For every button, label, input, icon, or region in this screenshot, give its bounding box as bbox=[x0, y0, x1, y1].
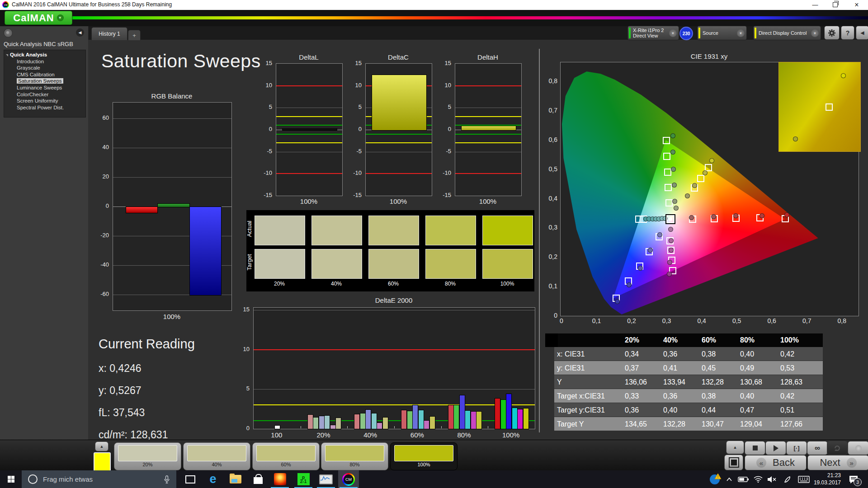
bottom-control-bar: ▲ ▲ [·] ∞ « Back Next » 20%40%60%80%100% bbox=[0, 440, 868, 471]
pattern-chip bbox=[187, 445, 246, 461]
deltae-bar bbox=[324, 415, 330, 429]
taskbar-edge[interactable]: e bbox=[203, 470, 223, 488]
pattern-preview-swatch[interactable] bbox=[94, 452, 111, 471]
sidebar-item-colorchecker[interactable]: ColorChecker bbox=[4, 91, 85, 98]
cie-x-tick: 0,1 bbox=[590, 317, 604, 324]
taskbar-calman-active[interactable] bbox=[338, 470, 359, 488]
task-view-button[interactable] bbox=[180, 470, 201, 488]
start-button[interactable] bbox=[0, 470, 22, 488]
tray-expand-chevron[interactable] bbox=[723, 470, 735, 488]
help-button[interactable]: ? bbox=[841, 26, 854, 40]
close-button[interactable]: × bbox=[849, 0, 864, 9]
pattern-swatch-100%[interactable]: 100% bbox=[390, 442, 458, 470]
meter-name: X-Rite i1Pro 2 bbox=[633, 28, 664, 33]
sidebar-item-quick-analysis[interactable]: Quick Analysis bbox=[4, 52, 85, 58]
play-measure-button[interactable] bbox=[765, 441, 786, 455]
meter-mode: Direct View bbox=[633, 33, 658, 38]
cie-target-square bbox=[697, 175, 704, 182]
table-cell: 0,51 bbox=[780, 403, 820, 417]
saturation-swatch-panel: ActualTarget20%40%60%80%100% bbox=[246, 210, 534, 291]
table-cell: 133,94 bbox=[663, 375, 703, 389]
deltae-bar bbox=[523, 408, 529, 429]
taskbar-store[interactable] bbox=[248, 470, 269, 488]
red-limit-line bbox=[276, 173, 342, 174]
sidebar-item-grayscale[interactable]: Grayscale bbox=[4, 65, 85, 71]
pen-icon[interactable] bbox=[780, 470, 795, 488]
sidebar-item-spectral-power-dist-[interactable]: Spectral Power Dist. bbox=[4, 104, 85, 111]
table-cell: 0,49 bbox=[740, 361, 780, 375]
battery-icon[interactable] bbox=[736, 470, 750, 488]
extra-transport-button[interactable] bbox=[848, 441, 868, 455]
source-dropdown[interactable]: Source ▼ bbox=[697, 26, 747, 40]
meter-count-badge[interactable]: 230 bbox=[679, 27, 693, 40]
clock-time: 21:23 bbox=[814, 472, 841, 479]
wifi-icon[interactable] bbox=[751, 470, 765, 488]
chevron-down-icon: ▼ bbox=[737, 29, 745, 37]
taskbar-clock[interactable]: 21:23 19.03.2017 bbox=[814, 472, 841, 486]
notification-badge: 3 bbox=[854, 478, 862, 486]
transport-collapse-button[interactable]: ▲ bbox=[726, 441, 744, 454]
taskbar-search[interactable]: Frag mich etwas bbox=[22, 470, 176, 488]
sidebar-record-button[interactable] bbox=[4, 28, 13, 38]
cie-y-tick: 0 bbox=[545, 312, 557, 319]
sidebar-collapse-button[interactable]: ◀ bbox=[76, 28, 84, 37]
add-tab-button[interactable]: + bbox=[128, 30, 141, 40]
collapse-panel-button[interactable]: ◀ bbox=[856, 26, 868, 40]
y-tick-label: -15 bbox=[346, 192, 362, 198]
stop-pattern-button[interactable] bbox=[724, 455, 743, 470]
sidebar-item-screen-uniformity[interactable]: Screen Uniformity bbox=[4, 98, 85, 104]
pattern-swatch-20%[interactable]: 20% bbox=[114, 442, 181, 470]
minimize-button[interactable]: — bbox=[807, 0, 823, 9]
back-button[interactable]: « Back bbox=[745, 455, 807, 470]
sidebar-item-label: Spectral Power Dist. bbox=[17, 105, 64, 110]
touch-keyboard-icon[interactable] bbox=[796, 470, 812, 488]
red-limit-line bbox=[366, 173, 432, 174]
sidebar-item-saturation-sweeps[interactable]: Saturation Sweeps bbox=[4, 78, 85, 84]
panel-splitter[interactable] bbox=[539, 49, 540, 432]
grid-line bbox=[254, 389, 535, 389]
table-header-cell: 60% bbox=[702, 333, 741, 347]
taskbar-app-fire[interactable] bbox=[269, 470, 290, 488]
meter-dropdown[interactable]: X-Rite i1Pro 2 Direct View ▼ bbox=[627, 26, 679, 40]
pattern-collapse-button[interactable]: ▲ bbox=[95, 441, 108, 451]
tab-history[interactable]: History 1 bbox=[91, 27, 127, 40]
gear-icon bbox=[828, 29, 835, 37]
display-control-dropdown[interactable]: Direct Display Control ▼ bbox=[753, 26, 821, 40]
deltaC-plot bbox=[365, 63, 432, 196]
deltae-bar bbox=[506, 394, 512, 429]
y-tick-label: -40 bbox=[94, 261, 109, 268]
deltaL-plot bbox=[276, 63, 343, 196]
loop-measure-button[interactable] bbox=[827, 441, 848, 455]
table-cell: 0,33 bbox=[625, 389, 665, 403]
calman-logo-button[interactable]: CalMAN ▼ bbox=[5, 11, 72, 25]
table-cell: 134,65 bbox=[625, 417, 665, 431]
security-alert-icon[interactable]: ! bbox=[707, 470, 722, 488]
windows-taskbar: Frag mich etwas e p2-1 ! bbox=[0, 470, 868, 488]
sidebar-item-introduction[interactable]: Introduction bbox=[4, 58, 85, 65]
continuous-measure-button[interactable]: ∞ bbox=[807, 441, 828, 455]
sidebar-item-luminance-sweeps[interactable]: Luminance Sweeps bbox=[4, 84, 85, 91]
sidebar: ◀ Quick Analysis NBC sRGB Quick Analysis… bbox=[0, 26, 89, 440]
single-measure-button[interactable]: [·] bbox=[786, 441, 807, 455]
taskbar-app-hcfr[interactable] bbox=[316, 470, 336, 488]
restore-button[interactable] bbox=[827, 0, 843, 9]
volume-muted-icon[interactable] bbox=[765, 470, 779, 488]
action-center-icon[interactable]: 3 bbox=[844, 470, 863, 488]
taskbar-file-explorer[interactable] bbox=[225, 470, 246, 488]
source-status-stripe bbox=[698, 28, 700, 38]
pattern-swatch-40%[interactable]: 40% bbox=[183, 442, 250, 470]
sidebar-item-cms-calibration[interactable]: CMS Calibration bbox=[4, 71, 85, 78]
deltae-bar bbox=[335, 418, 341, 429]
pattern-swatch-60%[interactable]: 60% bbox=[252, 442, 320, 470]
deltae-bar bbox=[424, 420, 429, 429]
settings-button[interactable] bbox=[824, 26, 840, 40]
next-button[interactable]: Next » bbox=[807, 455, 868, 470]
stop-measure-button[interactable] bbox=[745, 441, 765, 455]
chevron-down-icon: ▼ bbox=[811, 29, 819, 37]
y-tick-label: 10 bbox=[257, 82, 272, 89]
pattern-swatch-80%[interactable]: 80% bbox=[321, 442, 388, 470]
pattern-chip bbox=[394, 445, 453, 461]
taskbar-app-p21[interactable]: p2-1 bbox=[293, 470, 314, 488]
deltae-bar bbox=[330, 425, 336, 429]
tab-strip bbox=[88, 26, 868, 40]
